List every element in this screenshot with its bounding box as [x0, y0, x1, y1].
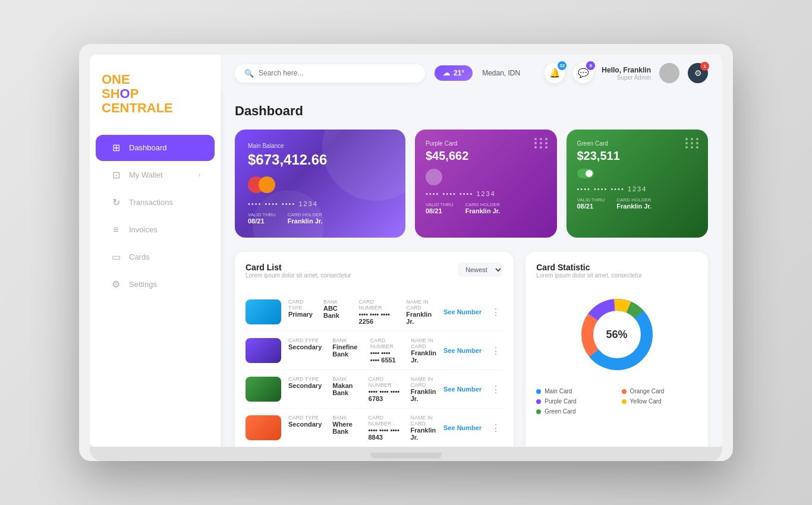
search-input[interactable] — [259, 69, 416, 77]
user-role: Super Admin — [602, 74, 651, 81]
legend-label-green: Green Card — [545, 408, 575, 415]
wallet-icon: ⊡ — [110, 169, 122, 181]
green-card-toggle[interactable] — [577, 169, 594, 178]
weather-icon: ☁ — [443, 69, 450, 77]
screen: ONE SHOP CENTRALE ⊞ Dashboard ⊡ My Walle… — [90, 55, 722, 447]
settings-button[interactable]: ⚙ 1 — [688, 63, 708, 83]
main-card-label: Main Balance — [248, 143, 392, 149]
main-card-holder: CARD HOLDER Franklin Jr. — [288, 212, 323, 225]
more-options-button[interactable]: ⋮ — [489, 307, 503, 318]
sidebar: ONE SHOP CENTRALE ⊞ Dashboard ⊡ My Walle… — [90, 55, 221, 447]
list-item: Card Type Secondary Bank Makan Bank Card… — [246, 370, 503, 409]
sidebar-item-settings[interactable]: ⚙ Settings — [96, 272, 215, 298]
page-body: Dashboard Main Balance $673,412.66 •••• … — [221, 91, 722, 447]
purple-card-amount: $45,662 — [426, 149, 546, 163]
green-card-number: •••• •••• •••• 1234 — [577, 185, 698, 192]
card-number-col: Card Number •••• •••• •••• 8843 — [368, 415, 399, 441]
settings-icon: ⚙ — [110, 279, 122, 291]
page-title: Dashboard — [235, 103, 708, 119]
card-list-panel: Card List Lorem ipsum dolor sit amet, co… — [235, 252, 514, 447]
card-name-col: Name in Card Franklin Jr. — [411, 376, 436, 402]
sidebar-item-transactions[interactable]: ↻ Transactions — [96, 190, 215, 216]
dashboard-icon: ⊞ — [110, 142, 122, 154]
chevron-right-icon: › — [199, 172, 200, 178]
sidebar-item-label: Invoices — [129, 225, 158, 234]
cards-icon: ▭ — [110, 251, 122, 263]
card-list-title: Card List — [246, 263, 351, 272]
sidebar-nav: ⊞ Dashboard ⊡ My Wallet › ↻ Transactions… — [90, 134, 221, 299]
green-card: Green Card $23,511 •••• •••• •••• 1234 — [566, 130, 709, 238]
purple-card-icon — [426, 169, 442, 185]
grid-dots-green — [685, 138, 700, 149]
card-name-col: Name in Card Franklin Jr. — [406, 299, 436, 325]
list-item: Card Type Primary Bank ABC Bank Card Num… — [246, 293, 503, 332]
sidebar-item-label: Transactions — [129, 198, 173, 207]
grid-dots-purple — [534, 138, 549, 149]
sidebar-item-label: Cards — [129, 252, 150, 261]
legend-dot-green — [536, 409, 541, 414]
invoices-icon: ≡ — [110, 224, 122, 236]
more-options-button[interactable]: ⋮ — [489, 422, 503, 434]
laptop-frame: ONE SHOP CENTRALE ⊞ Dashboard ⊡ My Walle… — [79, 44, 733, 461]
card-number-col: Card Number •••• •••• •••• 6551 — [370, 337, 400, 364]
card-bank-col: Bank Where Bank — [332, 415, 357, 441]
search-icon: 🔍 — [244, 69, 254, 78]
green-card-label: Green Card — [577, 140, 608, 147]
sidebar-item-label: Dashboard — [129, 143, 167, 152]
green-card-holder: CARD HOLDER Franklin Jr. — [616, 197, 652, 210]
see-number-button[interactable]: See Number — [443, 424, 481, 431]
green-card-amount: $23,511 — [577, 149, 698, 163]
see-number-button[interactable]: See Number — [443, 386, 481, 393]
user-info: Hello, Franklin Super Admin — [602, 66, 651, 81]
user-name: Hello, Franklin — [602, 66, 651, 74]
green-card-footer: VALID THRU 08/21 CARD HOLDER Franklin Jr… — [577, 197, 698, 210]
see-number-button[interactable]: See Number — [443, 308, 481, 315]
green-valid-thru: VALID THRU 08/21 — [577, 197, 605, 210]
card-number-col: Card Number •••• •••• •••• 6783 — [369, 376, 400, 402]
sidebar-item-label: Settings — [129, 280, 157, 289]
sidebar-item-cards[interactable]: ▭ Cards — [96, 244, 215, 270]
legend-dot-purple — [536, 399, 541, 404]
sidebar-item-dashboard[interactable]: ⊞ Dashboard — [96, 135, 215, 161]
list-item: Card Type Secondary Bank Where Bank Card… — [246, 409, 503, 447]
message-badge: 8 — [586, 61, 595, 70]
laptop-notch — [370, 453, 442, 459]
legend-label-main: Main Card — [545, 388, 572, 394]
avatar — [659, 63, 679, 83]
purple-card-holder: CARD HOLDER Franklin Jr. — [465, 202, 501, 214]
bottom-section: Card List Lorem ipsum dolor sit amet, co… — [235, 252, 708, 447]
main-card-number: •••• •••• •••• 1234 — [248, 200, 392, 207]
card-thumb-orange — [246, 415, 281, 440]
card-bank-col: Bank ABC Bank — [323, 299, 348, 325]
gear-icon: ⚙ — [694, 68, 702, 78]
more-options-button[interactable]: ⋮ — [489, 384, 503, 395]
card-bank-col: Bank Finefine Bank — [332, 337, 360, 364]
card-info-group: Card Type Secondary Bank Finefine Bank C… — [288, 337, 436, 364]
legend-item-main: Main Card — [536, 388, 612, 394]
card-bank-col: Bank Makan Bank — [332, 376, 358, 402]
card-thumb-blue — [246, 299, 281, 324]
donut-chart: 56% — [536, 287, 697, 382]
filter-select[interactable]: Newest Oldest A-Z — [457, 263, 503, 277]
location-text: Medan, IDN — [482, 69, 520, 77]
message-button[interactable]: 💬 8 — [573, 63, 593, 83]
card-type-col: Card Type Secondary — [288, 376, 322, 402]
legend-dot-orange — [622, 389, 627, 394]
mc-circle-orange — [259, 176, 275, 193]
legend-item-green: Green Card — [536, 408, 612, 415]
topbar: 🔍 ☁ 21° Medan, IDN 🔔 32 💬 8 — [221, 55, 722, 91]
card-thumb-green — [246, 377, 281, 402]
see-number-button[interactable]: See Number — [443, 347, 481, 354]
search-box[interactable]: 🔍 — [235, 64, 425, 83]
card-thumb-purple — [246, 338, 281, 363]
stat-title: Card Statistic — [536, 263, 697, 272]
sidebar-item-wallet[interactable]: ⊡ My Wallet › — [96, 162, 215, 188]
more-options-button[interactable]: ⋮ — [489, 345, 503, 356]
notification-button[interactable]: 🔔 32 — [545, 63, 565, 83]
card-type-col: Card Type Secondary — [288, 337, 322, 364]
main-card-footer: VALID THRU 08/21 CARD HOLDER Franklin Jr… — [248, 212, 392, 225]
sidebar-item-invoices[interactable]: ≡ Invoices — [96, 217, 215, 243]
bell-icon: 🔔 — [549, 68, 561, 78]
chat-icon: 💬 — [578, 68, 589, 78]
purple-card: Purple Card $45,662 •••• •••• •••• 1234 — [415, 130, 557, 238]
